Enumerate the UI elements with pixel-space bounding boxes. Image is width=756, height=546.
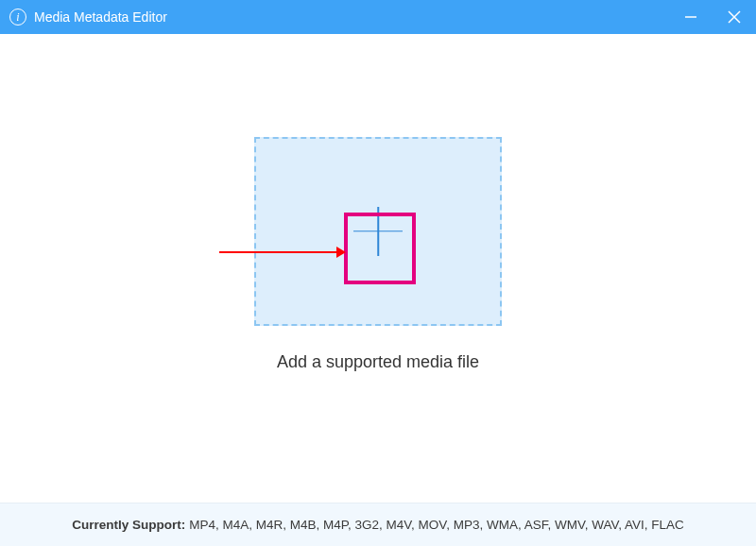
footer-formats: MP4, M4A, M4R, M4B, M4P, 3G2, M4V, MOV, … [189,518,683,532]
window-title: Media Metadata Editor [34,9,167,25]
add-media-prompt: Add a supported media file [277,352,479,372]
app-window: i Media Metadata Editor Add a supported … [0,0,756,546]
minimize-button[interactable] [669,0,713,34]
plus-icon [353,207,403,256]
titlebar: i Media Metadata Editor [0,0,756,34]
minimize-icon [684,10,697,24]
content-area: Add a supported media file [0,34,756,503]
add-media-dropzone[interactable] [254,137,502,326]
footer-label: Currently Support: [72,518,185,532]
footer: Currently Support: MP4, M4A, M4R, M4B, M… [0,503,756,546]
close-button[interactable] [713,0,756,34]
info-icon: i [9,9,26,26]
close-icon [728,10,741,24]
add-media-button[interactable] [345,198,411,264]
